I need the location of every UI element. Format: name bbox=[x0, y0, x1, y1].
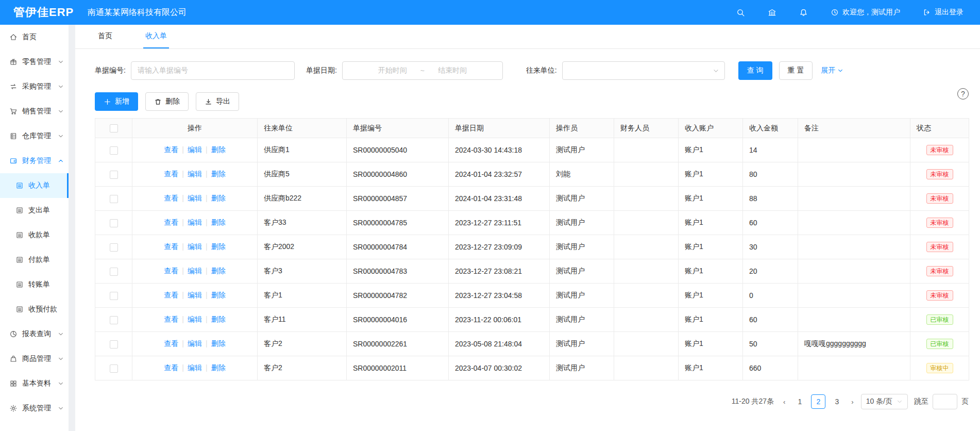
row-action-编辑[interactable]: 编辑 bbox=[188, 170, 202, 178]
sidebar-item-label: 收预付款 bbox=[28, 305, 57, 314]
sidebar-item-转账单[interactable]: 转账单 bbox=[0, 272, 69, 297]
row-action-删除[interactable]: 删除 bbox=[211, 170, 226, 178]
cell-status: 未审核 bbox=[910, 187, 969, 211]
sidebar-item-零售管理[interactable]: 零售管理 bbox=[0, 49, 69, 74]
row-checkbox[interactable] bbox=[110, 146, 118, 155]
row-action-编辑[interactable]: 编辑 bbox=[188, 267, 202, 275]
sidebar-item-商品管理[interactable]: 商品管理 bbox=[0, 346, 69, 371]
help-icon[interactable]: ? bbox=[957, 88, 969, 100]
next-page-button[interactable]: › bbox=[850, 398, 854, 406]
sidebar-item-收入单[interactable]: 收入单 bbox=[0, 173, 69, 198]
row-checkbox[interactable] bbox=[110, 340, 118, 349]
row-action-编辑[interactable]: 编辑 bbox=[188, 194, 202, 202]
row-action-查看[interactable]: 查看 bbox=[164, 242, 178, 251]
row-action-删除[interactable]: 删除 bbox=[211, 315, 226, 323]
row-checkbox[interactable] bbox=[110, 364, 118, 373]
row-checkbox[interactable] bbox=[110, 171, 118, 179]
page-number-1[interactable]: 1 bbox=[792, 394, 807, 409]
sidebar-item-首页[interactable]: 首页 bbox=[0, 25, 69, 49]
row-action-查看[interactable]: 查看 bbox=[164, 267, 178, 275]
row-action-删除[interactable]: 删除 bbox=[211, 339, 226, 347]
row-checkbox[interactable] bbox=[110, 219, 118, 227]
expand-link[interactable]: 展开 bbox=[821, 66, 843, 75]
row-action-编辑[interactable]: 编辑 bbox=[188, 315, 202, 323]
table-row: 查看|编辑|删除供应商5SR000000048602024-01-04 23:3… bbox=[95, 162, 969, 187]
delete-button[interactable]: 删除 bbox=[145, 92, 189, 111]
filter-row: 单据编号: 请输入单据编号 单据日期: 开始时间 ~ 结束时间 往来单位: 查 … bbox=[95, 61, 969, 80]
sidebar-item-支出单[interactable]: 支出单 bbox=[0, 198, 69, 223]
row-action-编辑[interactable]: 编辑 bbox=[188, 242, 202, 251]
row-action-删除[interactable]: 删除 bbox=[211, 194, 226, 202]
select-all-checkbox[interactable] bbox=[110, 124, 118, 132]
prev-page-button[interactable]: ‹ bbox=[782, 398, 786, 406]
page-size-select[interactable]: 10 条/页 bbox=[861, 394, 908, 409]
logout-button[interactable]: 退出登录 bbox=[923, 8, 964, 17]
date-range-picker[interactable]: 开始时间 ~ 结束时间 bbox=[342, 61, 503, 80]
row-checkbox[interactable] bbox=[110, 316, 118, 324]
table-row: 查看|编辑|删除客户2SR000000022612023-05-08 21:48… bbox=[95, 332, 969, 356]
row-action-查看[interactable]: 查看 bbox=[164, 170, 178, 178]
sidebar-item-仓库管理[interactable]: 仓库管理 bbox=[0, 124, 69, 148]
sidebar-item-系统管理[interactable]: 系统管理 bbox=[0, 396, 69, 421]
sidebar-item-收款单[interactable]: 收款单 bbox=[0, 223, 69, 247]
export-button[interactable]: 导出 bbox=[196, 92, 239, 111]
trash-icon bbox=[154, 98, 162, 106]
reset-button[interactable]: 重 置 bbox=[779, 61, 813, 80]
row-action-查看[interactable]: 查看 bbox=[164, 218, 178, 226]
row-action-编辑[interactable]: 编辑 bbox=[188, 218, 202, 226]
sidebar-item-财务管理[interactable]: 财务管理 bbox=[0, 148, 69, 173]
row-checkbox-cell bbox=[95, 356, 132, 380]
row-action-删除[interactable]: 删除 bbox=[211, 291, 226, 299]
row-action-编辑[interactable]: 编辑 bbox=[188, 363, 202, 372]
sidebar-item-收预付款[interactable]: 收预付款 bbox=[0, 297, 69, 322]
bell-icon[interactable] bbox=[799, 8, 808, 17]
doc-no-input[interactable]: 请输入单据编号 bbox=[131, 61, 295, 80]
page-number-3[interactable]: 3 bbox=[830, 394, 844, 409]
add-button[interactable]: 新增 bbox=[95, 92, 138, 111]
partner-select[interactable] bbox=[562, 61, 725, 80]
sidebar-item-label: 财务管理 bbox=[22, 156, 51, 165]
row-checkbox[interactable] bbox=[110, 243, 118, 252]
row-action-查看[interactable]: 查看 bbox=[164, 363, 178, 372]
cell-doc-no: SR00000004857 bbox=[347, 187, 449, 211]
row-action-查看[interactable]: 查看 bbox=[164, 315, 178, 323]
jump-input[interactable] bbox=[933, 394, 957, 409]
sidebar-item-付款单[interactable]: 付款单 bbox=[0, 247, 69, 272]
row-action-删除[interactable]: 删除 bbox=[211, 145, 226, 154]
row-action-编辑[interactable]: 编辑 bbox=[188, 291, 202, 299]
sidebar-item-label: 销售管理 bbox=[22, 107, 51, 116]
status-badge: 未审核 bbox=[926, 145, 953, 155]
row-action-删除[interactable]: 删除 bbox=[211, 218, 226, 226]
tab-首页[interactable]: 首页 bbox=[96, 25, 114, 48]
row-action-查看[interactable]: 查看 bbox=[164, 145, 178, 154]
bank-icon[interactable] bbox=[768, 8, 776, 17]
row-action-编辑[interactable]: 编辑 bbox=[188, 145, 202, 154]
cell-actions: 查看|编辑|删除 bbox=[132, 235, 258, 259]
row-action-查看[interactable]: 查看 bbox=[164, 339, 178, 347]
sidebar-item-基本资料[interactable]: 基本资料 bbox=[0, 371, 69, 396]
cell-amount: 14 bbox=[743, 138, 798, 162]
cell-account: 账户1 bbox=[679, 284, 743, 308]
sidebar-item-销售管理[interactable]: 销售管理 bbox=[0, 99, 69, 124]
sidebar-item-采购管理[interactable]: 采购管理 bbox=[0, 74, 69, 99]
chevron-down-icon bbox=[58, 84, 64, 90]
cell-doc-no: SR00000002011 bbox=[347, 356, 449, 380]
row-action-删除[interactable]: 删除 bbox=[211, 363, 226, 372]
row-action-编辑[interactable]: 编辑 bbox=[188, 339, 202, 347]
row-action-删除[interactable]: 删除 bbox=[211, 267, 226, 275]
row-action-查看[interactable]: 查看 bbox=[164, 194, 178, 202]
welcome-user[interactable]: 欢迎您，测试用户 bbox=[831, 8, 900, 17]
row-action-删除[interactable]: 删除 bbox=[211, 242, 226, 251]
retail-icon bbox=[9, 58, 18, 66]
search-icon[interactable] bbox=[736, 8, 745, 17]
page-number-2[interactable]: 2 bbox=[811, 394, 825, 409]
search-button[interactable]: 查 询 bbox=[738, 61, 772, 80]
row-action-查看[interactable]: 查看 bbox=[164, 291, 178, 299]
tab-收入单[interactable]: 收入单 bbox=[143, 25, 169, 48]
row-checkbox[interactable] bbox=[110, 195, 118, 203]
row-checkbox[interactable] bbox=[110, 268, 118, 276]
row-checkbox[interactable] bbox=[110, 292, 118, 300]
jump-label: 跳至 bbox=[914, 397, 928, 406]
sidebar-item-报表查询[interactable]: 报表查询 bbox=[0, 322, 69, 346]
main-panel: 首页收入单 单据编号: 请输入单据编号 单据日期: 开始时间 ~ 结束时间 往来… bbox=[75, 25, 980, 431]
